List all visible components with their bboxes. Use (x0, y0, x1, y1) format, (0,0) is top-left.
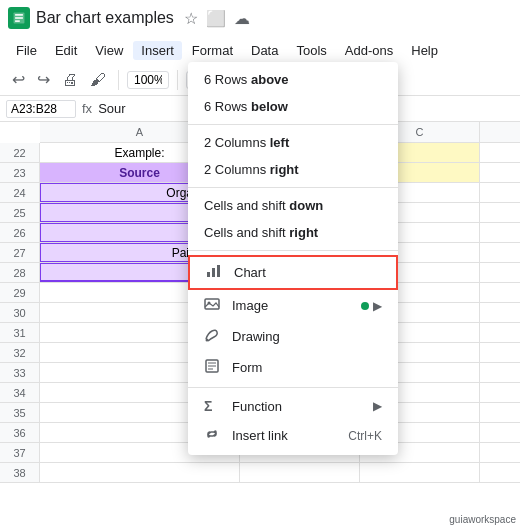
row-num-36: 36 (0, 423, 40, 443)
chart-icon (206, 263, 226, 282)
row-num-29: 29 (0, 283, 40, 303)
image-dot (361, 302, 369, 310)
row-num-38: 38 (0, 463, 40, 483)
form-label: Form (232, 360, 382, 375)
row-num-23: 23 (0, 163, 40, 183)
drawing-icon (204, 327, 224, 346)
divider4 (188, 387, 398, 388)
drawing-label: Drawing (232, 329, 382, 344)
image-icon (204, 296, 224, 315)
cell-reference-input[interactable] (6, 100, 76, 118)
divider3 (188, 250, 398, 251)
zoom-input[interactable] (127, 71, 169, 89)
format-paint-button[interactable]: 🖌 (86, 69, 110, 91)
function-icon: Σ (204, 398, 224, 414)
divider (118, 70, 119, 90)
svg-rect-4 (207, 272, 210, 277)
menu-chart[interactable]: Chart (188, 255, 398, 290)
cell-a38[interactable] (40, 463, 240, 482)
menu-help[interactable]: Help (403, 41, 446, 60)
divider2 (177, 70, 178, 90)
row-num-31: 31 (0, 323, 40, 343)
menu-function[interactable]: Σ Function ▶ (188, 392, 398, 420)
svg-rect-2 (15, 17, 23, 19)
title-icons: ☆ ⬜ ☁ (184, 9, 250, 28)
menu-bar: File Edit View Insert Format Data Tools … (0, 36, 520, 64)
menu-image[interactable]: Image ▶ (188, 290, 398, 321)
folder-icon[interactable]: ⬜ (206, 9, 226, 28)
undo-button[interactable]: ↩ (8, 68, 29, 91)
row-numbers: 22 23 24 25 26 27 28 29 30 31 32 33 34 3… (0, 143, 40, 483)
function-label: Function (232, 399, 373, 414)
row-num-22: 22 (0, 143, 40, 163)
menu-format[interactable]: Format (184, 41, 241, 60)
menu-cells-shift-right[interactable]: Cells and shift right (188, 219, 398, 246)
link-icon (204, 426, 224, 445)
menu-form[interactable]: Form (188, 352, 398, 383)
divider1 (188, 124, 398, 125)
menu-rows-below[interactable]: 6 Rows below (188, 93, 398, 120)
title-bar: Bar chart examples ☆ ⬜ ☁ (0, 0, 520, 36)
menu-insert-link[interactable]: Insert link Ctrl+K (188, 420, 398, 451)
menu-edit[interactable]: Edit (47, 41, 85, 60)
svg-point-9 (206, 339, 209, 342)
insert-dropdown-menu: 6 Rows above 6 Rows below 2 Columns left… (188, 62, 398, 455)
row-num-37: 37 (0, 443, 40, 463)
divider2 (188, 187, 398, 188)
menu-view[interactable]: View (87, 41, 131, 60)
redo-button[interactable]: ↪ (33, 68, 54, 91)
image-arrow: ▶ (373, 299, 382, 313)
menu-cells-shift-down[interactable]: Cells and shift down (188, 192, 398, 219)
row-num-33: 33 (0, 363, 40, 383)
menu-rows-above[interactable]: 6 Rows above (188, 66, 398, 93)
star-icon[interactable]: ☆ (184, 9, 198, 28)
row-num-34: 34 (0, 383, 40, 403)
function-arrow: ▶ (373, 399, 382, 413)
row-num-26: 26 (0, 223, 40, 243)
document-title[interactable]: Bar chart examples (36, 9, 174, 27)
insert-link-label: Insert link (232, 428, 348, 443)
row-num-30: 30 (0, 303, 40, 323)
branding: guiaworkspace (449, 514, 516, 525)
cell-b38[interactable] (240, 463, 360, 482)
image-label: Image (232, 298, 361, 313)
row-num-24: 24 (0, 183, 40, 203)
row-num-32: 32 (0, 343, 40, 363)
row-num-28: 28 (0, 263, 40, 283)
form-icon (204, 358, 224, 377)
menu-insert[interactable]: Insert (133, 41, 182, 60)
table-row (40, 463, 520, 483)
svg-rect-1 (15, 14, 23, 16)
menu-tools[interactable]: Tools (288, 41, 334, 60)
menu-cols-left[interactable]: 2 Columns left (188, 129, 398, 156)
sheets-logo (8, 7, 30, 29)
row-num-25: 25 (0, 203, 40, 223)
menu-cols-right[interactable]: 2 Columns right (188, 156, 398, 183)
fx-icon: fx (82, 101, 92, 116)
print-button[interactable]: 🖨 (58, 69, 82, 91)
row-num-35: 35 (0, 403, 40, 423)
menu-drawing[interactable]: Drawing (188, 321, 398, 352)
menu-file[interactable]: File (8, 41, 45, 60)
row-num-27: 27 (0, 243, 40, 263)
chart-label: Chart (234, 265, 380, 280)
cloud-icon[interactable]: ☁ (234, 9, 250, 28)
svg-rect-5 (212, 268, 215, 277)
menu-addons[interactable]: Add-ons (337, 41, 401, 60)
menu-data[interactable]: Data (243, 41, 286, 60)
svg-rect-6 (217, 265, 220, 277)
insert-link-shortcut: Ctrl+K (348, 429, 382, 443)
svg-rect-3 (15, 20, 20, 22)
cell-c38[interactable] (360, 463, 480, 482)
